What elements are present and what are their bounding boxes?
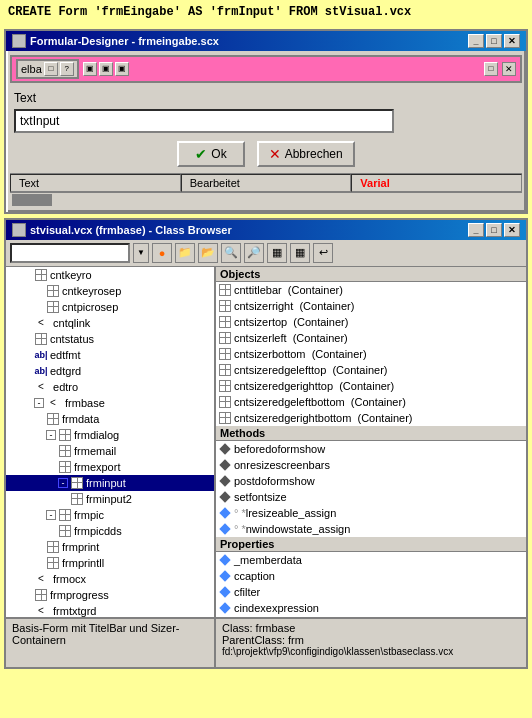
right-item-setfontsize[interactable]: setfontsize — [216, 489, 526, 505]
tree-item-cntstatus[interactable]: cntstatus — [6, 331, 214, 347]
cb-titlebar-controls: _ □ ✕ — [468, 223, 520, 237]
cb-icon-grid1[interactable]: ▦ — [267, 243, 287, 263]
cb-icon-ball[interactable]: ● — [152, 243, 172, 263]
tree-item-frmprintll[interactable]: frmprintll — [6, 555, 214, 571]
right-item-cntsizerbottom[interactable]: cntsizerbottom (Container) — [216, 346, 526, 362]
cb-bottom-left: Basis-Form mit TitelBar und Sizer-Contai… — [6, 619, 216, 667]
h-scrollbar[interactable] — [10, 192, 522, 208]
grid-icon-cntsizeredgelefttop — [218, 363, 232, 377]
tree-item-frmdialog[interactable]: - frmdialog — [6, 427, 214, 443]
diamond-small-2 — [218, 569, 232, 583]
small-btn-2[interactable]: ▣ — [99, 62, 113, 76]
tree-item-cntkeyrosep[interactable]: cntkeyrosep — [6, 283, 214, 299]
right-item-cminfilter[interactable]: cminfilter — [216, 616, 526, 617]
grid-icon-frmprogress — [34, 588, 48, 602]
expand-frmpic[interactable]: - — [46, 510, 56, 520]
cb-panes: cntkeyro cntkeyrosep cntpicrosep < cntql… — [6, 267, 526, 617]
tree-item-frmpicdds[interactable]: frmpicdds — [6, 523, 214, 539]
lt-icon-frmtxtgrd: < — [34, 604, 48, 617]
tree-item-frmdata[interactable]: frmdata — [6, 411, 214, 427]
form-element-btn1[interactable]: □ — [44, 62, 58, 76]
form-element-btn2[interactable]: ? — [60, 62, 74, 76]
cb-maximize-button[interactable]: □ — [486, 223, 502, 237]
h-scroll-thumb[interactable] — [12, 194, 52, 206]
right-item-nwindowstate[interactable]: ° * nwindowstate_assign — [216, 521, 526, 537]
status-field1: Text — [10, 174, 181, 192]
right-item-cntsizerleft[interactable]: cntsizerleft (Container) — [216, 330, 526, 346]
right-item-onresizescreenbars[interactable]: onresizescreenbars — [216, 457, 526, 473]
grid-icon-frminput — [70, 476, 84, 490]
cb-icon-binoculars[interactable]: 🔍 — [221, 243, 241, 263]
tree-item-edtro[interactable]: < edtro — [6, 379, 214, 395]
tree-item-frminput[interactable]: - frminput — [6, 475, 214, 491]
right-item-memberdata[interactable]: _memberdata — [216, 552, 526, 568]
maximize-button[interactable]: □ — [486, 34, 502, 48]
diamond-icon-1 — [218, 442, 232, 456]
status-field3: Varial — [351, 174, 522, 192]
cancel-button[interactable]: ✕ Abbrechen — [257, 141, 355, 167]
expand-frmbase[interactable]: - — [34, 398, 44, 408]
diamond-icon-6 — [218, 522, 232, 536]
form-resize-btn[interactable]: □ — [484, 62, 498, 76]
grid-icon-cntsizeredgerightbottom — [218, 411, 232, 425]
tree-item-frmprint[interactable]: frmprint — [6, 539, 214, 555]
right-item-cntsizeredgerighttop[interactable]: cntsizeredgerighttop (Container) — [216, 378, 526, 394]
right-item-beforedoformshow[interactable]: beforedoformshow — [216, 441, 526, 457]
cb-toolbar: ▼ ● 📁 📂 🔍 🔎 ▦ ▦ ↩ — [6, 240, 526, 267]
tree-item-frmocx[interactable]: < frmocx — [6, 571, 214, 587]
right-item-cntsizeredgelefttop[interactable]: cntsizeredgelefttop (Container) — [216, 362, 526, 378]
grid-icon-cntkeyrosep — [46, 284, 60, 298]
minimize-button[interactable]: _ — [468, 34, 484, 48]
tree-item-frmprogress[interactable]: frmprogress — [6, 587, 214, 603]
tree-item-frmtxtgrd[interactable]: < frmtxtgrd — [6, 603, 214, 617]
ok-button[interactable]: ✔ Ok — [177, 141, 244, 167]
status-bar: Text Bearbeitet Varial — [10, 173, 522, 192]
lt-icon-edtro: < — [34, 380, 48, 394]
grid-icon-frmprint — [46, 540, 60, 554]
tree-item-cntpicrosep[interactable]: cntpicrosep — [6, 299, 214, 315]
tree-item-frminput2[interactable]: frminput2 — [6, 491, 214, 507]
right-item-cfilter[interactable]: cfilter — [216, 584, 526, 600]
right-item-cntsizerright[interactable]: cntsizerright (Container) — [216, 298, 526, 314]
form-close-btn[interactable]: ✕ — [502, 62, 516, 76]
right-item-lresizeable[interactable]: ° * lresizeable_assign — [216, 505, 526, 521]
tree-item-edtfmt[interactable]: ab| edtfmt — [6, 347, 214, 363]
cb-icon-grid2[interactable]: ▦ — [290, 243, 310, 263]
cb-search-box[interactable] — [10, 243, 130, 263]
tree-item-frmemail[interactable]: frmemail — [6, 443, 214, 459]
tree-item-edtgrd[interactable]: ab| edtgrd — [6, 363, 214, 379]
diamond-icon-4 — [218, 490, 232, 504]
close-button[interactable]: ✕ — [504, 34, 520, 48]
right-item-cntsizeredgeleftbottom[interactable]: cntsizeredgeleftbottom (Container) — [216, 394, 526, 410]
tree-item-cntqlink[interactable]: < cntqlink — [6, 315, 214, 331]
txt-input-field[interactable] — [14, 109, 394, 133]
right-item-cntsizeredgerightbottom[interactable]: cntsizeredgerightbottom (Container) — [216, 410, 526, 426]
cb-icon-search2[interactable]: 🔎 — [244, 243, 264, 263]
section-objects-header: Objects — [216, 267, 526, 282]
right-item-postdoformshow[interactable]: postdoformshow — [216, 473, 526, 489]
right-item-cindexexpression[interactable]: cindexexpression — [216, 600, 526, 616]
grid-icon-cntsizerbottom — [218, 347, 232, 361]
tree-item-frmexport[interactable]: frmexport — [6, 459, 214, 475]
expand-frmdialog[interactable]: - — [46, 430, 56, 440]
tree-item-frmbase[interactable]: - < frmbase — [6, 395, 214, 411]
cb-icon-folder2[interactable]: 📂 — [198, 243, 218, 263]
small-btn-1[interactable]: ▣ — [83, 62, 97, 76]
expand-frminput[interactable]: - — [58, 478, 68, 488]
cb-icon-arrow[interactable]: ↩ — [313, 243, 333, 263]
grid-icon-cntpicrosep — [46, 300, 60, 314]
small-btn-3[interactable]: ▣ — [115, 62, 129, 76]
right-item-cntsizertop[interactable]: cntsizertop (Container) — [216, 314, 526, 330]
right-item-cnttitlebar[interactable]: cnttitlebar (Container) — [216, 282, 526, 298]
cb-bottom-right: Class: frmbase ParentClass: frm fd:\proj… — [216, 619, 526, 667]
tree-item-frmpic[interactable]: - frmpic — [6, 507, 214, 523]
grid-icon-cntkeyro — [34, 268, 48, 282]
cb-dropdown-arrow[interactable]: ▼ — [133, 243, 149, 263]
grid-icon-cntsizertop — [218, 315, 232, 329]
cb-icon-folder[interactable]: 📁 — [175, 243, 195, 263]
right-item-ccaption[interactable]: ccaption — [216, 568, 526, 584]
cb-close-button[interactable]: ✕ — [504, 223, 520, 237]
cb-minimize-button[interactable]: _ — [468, 223, 484, 237]
grid-icon-frminput2 — [70, 492, 84, 506]
tree-item-cntkeyro[interactable]: cntkeyro — [6, 267, 214, 283]
